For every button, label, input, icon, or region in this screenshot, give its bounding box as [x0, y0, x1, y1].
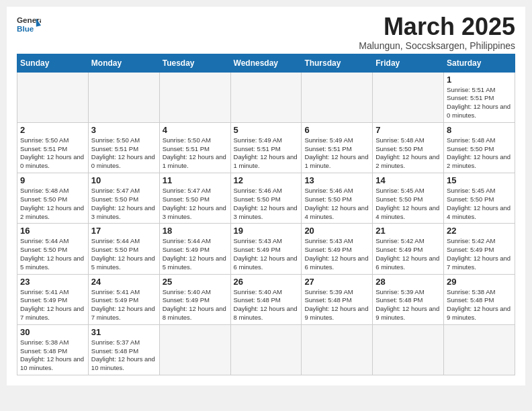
week-row-3: 16Sunrise: 5:44 AM Sunset: 5:50 PM Dayli…: [17, 224, 515, 274]
day-cell: [17, 72, 89, 122]
day-number: 17: [91, 226, 157, 236]
day-cell: [230, 324, 302, 375]
day-number: 10: [91, 175, 157, 185]
day-info: Sunrise: 5:49 AM Sunset: 5:51 PM Dayligh…: [234, 136, 299, 171]
day-cell: 8Sunrise: 5:48 AM Sunset: 5:50 PM Daylig…: [444, 122, 515, 173]
day-cell: [302, 324, 373, 375]
generalblue-logo-icon: General Blue: [17, 13, 41, 38]
week-row-4: 23Sunrise: 5:41 AM Sunset: 5:49 PM Dayli…: [17, 274, 515, 324]
day-number: 7: [375, 125, 441, 135]
day-info: Sunrise: 5:50 AM Sunset: 5:51 PM Dayligh…: [91, 136, 157, 171]
day-info: Sunrise: 5:44 AM Sunset: 5:50 PM Dayligh…: [91, 237, 157, 271]
month-title: March 2025: [359, 13, 515, 40]
day-number: 11: [163, 175, 228, 185]
day-info: Sunrise: 5:46 AM Sunset: 5:50 PM Dayligh…: [234, 187, 299, 221]
day-info: Sunrise: 5:40 AM Sunset: 5:49 PM Dayligh…: [163, 288, 228, 322]
day-number: 21: [375, 226, 441, 236]
day-info: Sunrise: 5:43 AM Sunset: 5:49 PM Dayligh…: [304, 237, 369, 271]
day-info: Sunrise: 5:47 AM Sunset: 5:50 PM Dayligh…: [91, 187, 157, 221]
day-info: Sunrise: 5:39 AM Sunset: 5:48 PM Dayligh…: [304, 288, 369, 322]
day-cell: 11Sunrise: 5:47 AM Sunset: 5:50 PM Dayli…: [159, 173, 230, 224]
day-cell: 19Sunrise: 5:43 AM Sunset: 5:49 PM Dayli…: [230, 224, 302, 274]
day-cell: 3Sunrise: 5:50 AM Sunset: 5:51 PM Daylig…: [88, 122, 159, 173]
day-info: Sunrise: 5:48 AM Sunset: 5:50 PM Dayligh…: [20, 187, 85, 221]
day-cell: 15Sunrise: 5:45 AM Sunset: 5:50 PM Dayli…: [444, 173, 515, 224]
day-cell: 4Sunrise: 5:50 AM Sunset: 5:51 PM Daylig…: [159, 122, 230, 173]
day-info: Sunrise: 5:41 AM Sunset: 5:49 PM Dayligh…: [91, 288, 157, 322]
day-number: 18: [163, 226, 228, 236]
day-info: Sunrise: 5:44 AM Sunset: 5:50 PM Dayligh…: [20, 237, 85, 271]
calendar-table: SundayMondayTuesdayWednesdayThursdayFrid…: [17, 54, 515, 376]
day-cell: 1Sunrise: 5:51 AM Sunset: 5:51 PM Daylig…: [444, 72, 515, 122]
day-cell: 25Sunrise: 5:40 AM Sunset: 5:49 PM Dayli…: [159, 274, 230, 324]
day-info: Sunrise: 5:48 AM Sunset: 5:50 PM Dayligh…: [447, 136, 512, 171]
day-number: 26: [234, 277, 299, 287]
day-cell: [302, 72, 373, 122]
day-number: 12: [234, 175, 299, 185]
day-cell: 30Sunrise: 5:38 AM Sunset: 5:48 PM Dayli…: [17, 324, 89, 375]
day-cell: 24Sunrise: 5:41 AM Sunset: 5:49 PM Dayli…: [88, 274, 159, 324]
weekday-header-friday: Friday: [373, 54, 444, 72]
week-row-1: 2Sunrise: 5:50 AM Sunset: 5:51 PM Daylig…: [17, 122, 515, 173]
calendar-page: General Blue March 2025 Malungun, Soccsk…: [7, 7, 525, 385]
logo: General Blue: [17, 13, 41, 38]
day-info: Sunrise: 5:47 AM Sunset: 5:50 PM Dayligh…: [163, 187, 228, 221]
day-cell: 22Sunrise: 5:42 AM Sunset: 5:49 PM Dayli…: [444, 224, 515, 274]
day-number: 20: [304, 226, 369, 236]
day-number: 13: [304, 175, 369, 185]
weekday-header-row: SundayMondayTuesdayWednesdayThursdayFrid…: [17, 54, 515, 72]
day-number: 3: [91, 125, 157, 135]
day-cell: 29Sunrise: 5:38 AM Sunset: 5:48 PM Dayli…: [444, 274, 515, 324]
day-number: 8: [447, 125, 512, 135]
weekday-header-tuesday: Tuesday: [159, 54, 230, 72]
day-number: 4: [163, 125, 228, 135]
location: Malungun, Soccsksargen, Philippines: [359, 40, 515, 51]
weekday-header-saturday: Saturday: [444, 54, 515, 72]
day-number: 9: [20, 175, 85, 185]
day-number: 14: [375, 175, 441, 185]
weekday-header-sunday: Sunday: [17, 54, 89, 72]
day-cell: 28Sunrise: 5:39 AM Sunset: 5:48 PM Dayli…: [373, 274, 444, 324]
day-info: Sunrise: 5:40 AM Sunset: 5:48 PM Dayligh…: [234, 288, 299, 322]
day-info: Sunrise: 5:49 AM Sunset: 5:51 PM Dayligh…: [304, 136, 369, 171]
day-info: Sunrise: 5:51 AM Sunset: 5:51 PM Dayligh…: [447, 86, 512, 120]
day-number: 22: [447, 226, 512, 236]
header: General Blue March 2025 Malungun, Soccsk…: [17, 13, 515, 51]
day-cell: [373, 324, 444, 375]
day-cell: 20Sunrise: 5:43 AM Sunset: 5:49 PM Dayli…: [302, 224, 373, 274]
day-info: Sunrise: 5:38 AM Sunset: 5:48 PM Dayligh…: [20, 338, 85, 373]
day-info: Sunrise: 5:39 AM Sunset: 5:48 PM Dayligh…: [375, 288, 441, 322]
day-info: Sunrise: 5:50 AM Sunset: 5:51 PM Dayligh…: [163, 136, 228, 171]
day-info: Sunrise: 5:43 AM Sunset: 5:49 PM Dayligh…: [234, 237, 299, 271]
day-cell: 18Sunrise: 5:44 AM Sunset: 5:49 PM Dayli…: [159, 224, 230, 274]
day-cell: 10Sunrise: 5:47 AM Sunset: 5:50 PM Dayli…: [88, 173, 159, 224]
day-number: 23: [20, 277, 85, 287]
day-info: Sunrise: 5:48 AM Sunset: 5:50 PM Dayligh…: [375, 136, 441, 171]
day-cell: [159, 324, 230, 375]
day-cell: 6Sunrise: 5:49 AM Sunset: 5:51 PM Daylig…: [302, 122, 373, 173]
day-number: 28: [375, 277, 441, 287]
day-cell: 13Sunrise: 5:46 AM Sunset: 5:50 PM Dayli…: [302, 173, 373, 224]
weekday-header-wednesday: Wednesday: [230, 54, 302, 72]
day-info: Sunrise: 5:50 AM Sunset: 5:51 PM Dayligh…: [20, 136, 85, 171]
day-cell: 26Sunrise: 5:40 AM Sunset: 5:48 PM Dayli…: [230, 274, 302, 324]
day-cell: 2Sunrise: 5:50 AM Sunset: 5:51 PM Daylig…: [17, 122, 89, 173]
svg-text:Blue: Blue: [17, 24, 34, 33]
day-number: 1: [447, 75, 512, 85]
day-number: 16: [20, 226, 85, 236]
day-number: 31: [91, 327, 157, 337]
day-cell: [159, 72, 230, 122]
day-number: 24: [91, 277, 157, 287]
day-number: 6: [304, 125, 369, 135]
day-number: 29: [447, 277, 512, 287]
day-number: 27: [304, 277, 369, 287]
day-cell: 31Sunrise: 5:37 AM Sunset: 5:48 PM Dayli…: [88, 324, 159, 375]
week-row-0: 1Sunrise: 5:51 AM Sunset: 5:51 PM Daylig…: [17, 72, 515, 122]
day-cell: [444, 324, 515, 375]
day-info: Sunrise: 5:41 AM Sunset: 5:49 PM Dayligh…: [20, 288, 85, 322]
day-info: Sunrise: 5:45 AM Sunset: 5:50 PM Dayligh…: [375, 187, 441, 221]
day-info: Sunrise: 5:44 AM Sunset: 5:49 PM Dayligh…: [163, 237, 228, 271]
day-cell: 27Sunrise: 5:39 AM Sunset: 5:48 PM Dayli…: [302, 274, 373, 324]
day-info: Sunrise: 5:37 AM Sunset: 5:48 PM Dayligh…: [91, 338, 157, 373]
day-cell: [88, 72, 159, 122]
